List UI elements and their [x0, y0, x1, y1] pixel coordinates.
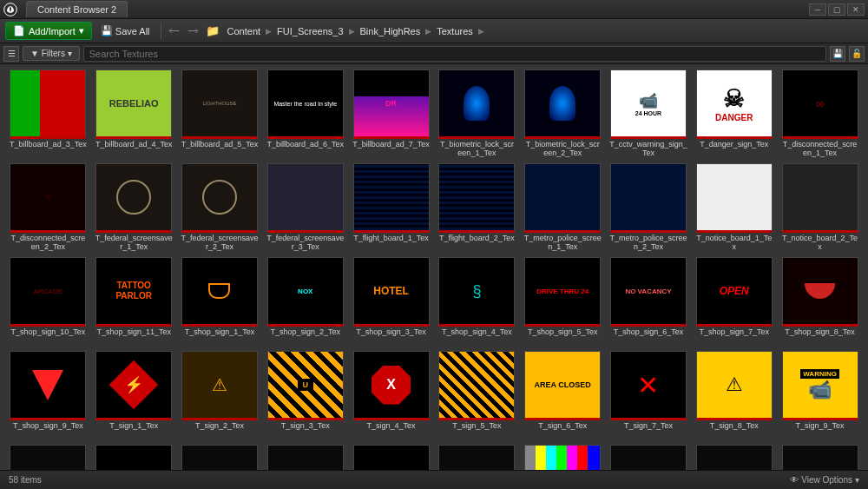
asset-item[interactable]: T_metro_police_screen_2_Tex [608, 163, 690, 254]
asset-item[interactable] [264, 445, 346, 470]
asset-item[interactable]: T_federal_screensaver_1_Tex [93, 163, 175, 254]
save-all-button[interactable]: 💾 Save All [95, 23, 155, 39]
asset-item[interactable]: HOTELT_shop_sign_3_Tex [350, 257, 432, 347]
close-button[interactable]: ✕ [847, 3, 865, 16]
sources-panel-toggle[interactable]: ☰ [3, 46, 19, 62]
file-plus-icon: 📄 [13, 25, 25, 36]
asset-item[interactable]: T_shop_sign_8_Tex [779, 257, 861, 347]
asset-item[interactable]: WARNING📹T_sign_9_Tex [779, 351, 861, 441]
breadcrumb-segment[interactable]: Content [227, 26, 261, 36]
asset-item[interactable]: T_notice_board_1_Tex [693, 163, 775, 254]
search-input[interactable] [83, 46, 826, 62]
asset-item[interactable]: T_notice_board_2_Tex [779, 163, 861, 254]
asset-label: T_sign_3_Tex [266, 422, 345, 441]
asset-label: T_disconnected_screen_2_Tex [9, 235, 87, 254]
asset-item[interactable]: DRT_billboard_ad_7_Tex [350, 69, 432, 160]
asset-label: T_sign_6_Tex [523, 422, 602, 441]
asset-label: T_billboard_ad_7_Tex [352, 141, 431, 160]
view-options-button[interactable]: 👁 View Options ▾ [790, 475, 859, 485]
asset-item[interactable]: ✕T_sign_7_Tex [608, 351, 690, 441]
asset-item[interactable]: ☠DANGERT_danger_sign_Tex [693, 69, 775, 160]
folder-tree-button[interactable]: 📁 [205, 23, 220, 39]
asset-thumbnail: OPEN [696, 257, 773, 327]
asset-item[interactable] [179, 445, 261, 470]
asset-item[interactable]: ⚠T_sign_8_Tex [693, 351, 775, 441]
asset-item[interactable]: UT_sign_3_Tex [264, 351, 346, 441]
breadcrumb-segment[interactable]: FUI_Screens_3 [277, 26, 343, 36]
asset-label: T_billboard_ad_3_Tex [9, 141, 87, 160]
asset-item[interactable] [693, 445, 775, 470]
asset-item[interactable]: T_billboard_ad_3_Tex [7, 69, 89, 160]
asset-label: T_shop_sign_5_Tex [523, 328, 602, 347]
asset-item[interactable]: NOXT_shop_sign_2_Tex [264, 257, 346, 347]
asset-label: T_shop_sign_7_Tex [695, 328, 773, 347]
asset-item[interactable]: XT_sign_4_Tex [350, 351, 432, 441]
asset-item[interactable] [436, 445, 518, 470]
asset-item[interactable]: T_sign_5_Tex [436, 351, 518, 441]
svg-point-0 [4, 3, 17, 16]
window-tab[interactable]: Content Browser 2 [26, 1, 128, 17]
asset-label: T_danger_sign_Tex [695, 141, 773, 160]
asset-item[interactable]: DRIVE THRU 24T_shop_sign_5_Tex [522, 257, 604, 347]
asset-item[interactable]: ⚠T_sign_2_Tex [179, 351, 261, 441]
asset-item[interactable] [608, 445, 690, 470]
asset-item[interactable]: AREA CLOSEDT_sign_6_Tex [522, 351, 604, 441]
add-import-button[interactable]: 📄 Add/Import ▾ [5, 22, 92, 40]
asset-item[interactable] [522, 445, 604, 470]
asset-item[interactable]: T_federal_screensaver_2_Tex [179, 163, 261, 254]
asset-label: T_sign_2_Tex [181, 422, 259, 441]
asset-item[interactable]: T_metro_police_screen_1_Tex [522, 163, 604, 254]
asset-thumbnail [610, 163, 687, 233]
asset-item[interactable]: NO VACANCYT_shop_sign_6_Tex [608, 257, 690, 347]
asset-item[interactable] [7, 445, 89, 470]
asset-thumbnail [696, 163, 773, 233]
asset-item[interactable]: T_flight_board_2_Tex [436, 163, 518, 254]
lock-button[interactable]: 🔓 [849, 46, 865, 62]
asset-thumbnail: NO VACANCY [610, 257, 687, 327]
minimize-button[interactable]: ─ [809, 3, 826, 16]
asset-grid-container[interactable]: T_billboard_ad_3_TexREBELIAOT_billboard_… [0, 64, 868, 470]
asset-label: T_sign_9_Tex [781, 422, 859, 441]
breadcrumb-segment[interactable]: Bink_HighRes [360, 26, 421, 36]
asset-item[interactable]: REBELIAOT_billboard_ad_4_Tex [93, 69, 175, 160]
maximize-button[interactable]: ▢ [828, 3, 845, 16]
asset-thumbnail [267, 163, 344, 233]
asset-label: T_sign_5_Tex [437, 422, 516, 441]
asset-thumbnail [353, 445, 430, 470]
save-search-button[interactable]: 💾 [830, 46, 845, 62]
asset-item[interactable]: T_shop_sign_9_Tex [7, 351, 89, 441]
asset-item[interactable]: ARCADET_shop_sign_10_Tex [7, 257, 89, 347]
asset-item[interactable]: §T_shop_sign_4_Tex [436, 257, 518, 347]
asset-item[interactable] [350, 445, 432, 470]
asset-thumbnail [438, 351, 515, 420]
asset-label: T_shop_sign_10_Tex [9, 328, 87, 347]
asset-thumbnail: NOX [267, 257, 344, 327]
breadcrumb-segment[interactable]: Textures [437, 26, 473, 36]
asset-item[interactable]: OPENT_shop_sign_7_Tex [693, 257, 775, 347]
asset-thumbnail [95, 445, 172, 470]
filters-button[interactable]: ▼ Filters ▾ [23, 46, 80, 61]
asset-item[interactable]: Master the road in styleT_billboard_ad_6… [264, 69, 346, 160]
asset-item[interactable]: ∞T_disconnected_screen_1_Tex [779, 69, 861, 160]
asset-item[interactable] [779, 445, 861, 470]
nav-forward-button[interactable]: 🡒 [186, 23, 201, 39]
asset-thumbnail: DR [353, 69, 430, 139]
asset-thumbnail: ☠DANGER [696, 69, 773, 139]
asset-item[interactable]: T_biometric_lock_screen_1_Tex [436, 69, 518, 160]
asset-item[interactable]: TATTOO PARLORT_shop_sign_11_Tex [93, 257, 175, 347]
asset-item[interactable]: ⚡T_sign_1_Tex [93, 351, 175, 441]
asset-item[interactable]: ✕T_disconnected_screen_2_Tex [7, 163, 89, 254]
breadcrumb: Content ▶ FUI_Screens_3 ▶ Bink_HighRes ▶… [227, 26, 484, 36]
asset-item[interactable]: T_federal_screensaver_3_Tex [264, 163, 346, 254]
chevron-right-icon: ▶ [266, 27, 272, 36]
asset-item[interactable]: T_flight_board_1_Tex [350, 163, 432, 254]
asset-thumbnail: ARCADE [10, 257, 86, 327]
asset-item[interactable]: 📹24 HOURT_cctv_warning_sign_Tex [608, 69, 690, 160]
asset-item[interactable]: LIGHTHOUSET_billboard_ad_5_Tex [179, 69, 261, 160]
asset-item[interactable]: T_biometric_lock_screen_2_Tex [522, 69, 604, 160]
asset-item[interactable] [93, 445, 175, 470]
asset-thumbnail [181, 257, 258, 327]
asset-item[interactable]: T_shop_sign_1_Tex [179, 257, 261, 347]
nav-back-button[interactable]: 🡐 [167, 23, 182, 39]
asset-label: T_metro_police_screen_1_Tex [523, 235, 602, 254]
